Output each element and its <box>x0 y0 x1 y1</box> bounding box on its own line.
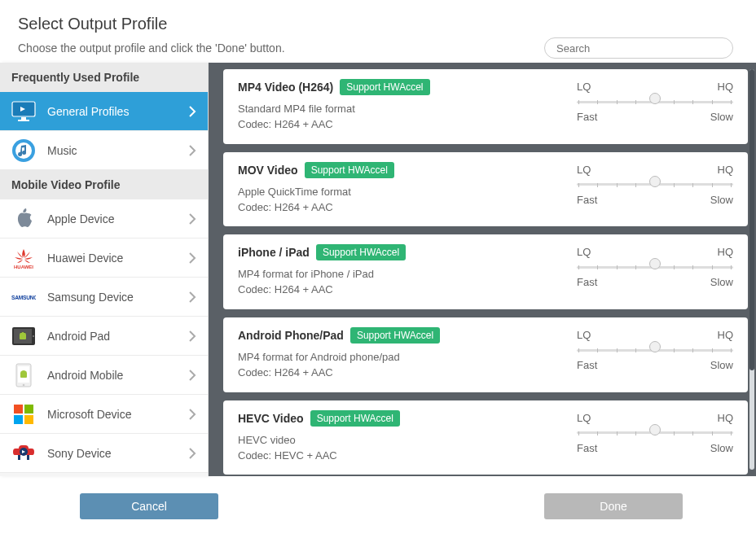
sidebar-item-label: Apple Device <box>47 212 188 225</box>
svg-rect-11 <box>20 334 26 339</box>
profile-card[interactable]: Android Phone/Pad Support HWAccel MP4 fo… <box>223 317 748 392</box>
profile-description: MP4 format for Android phone/pad <box>238 350 577 365</box>
profile-codec: Codec: H264 + AAC <box>238 117 577 133</box>
profile-description: HEVC video <box>238 433 577 449</box>
profile-info: MOV Video Support HWAccel Apple QuickTim… <box>238 162 577 216</box>
profile-codec: Codec: H264 + AAC <box>238 282 577 298</box>
profile-card[interactable]: MOV Video Support HWAccel Apple QuickTim… <box>223 152 748 227</box>
quality-slider[interactable]: LQHQ FastSlow <box>577 79 733 133</box>
svg-rect-21 <box>24 415 33 424</box>
hq-label: HQ <box>718 412 734 424</box>
slider-handle[interactable] <box>649 93 661 104</box>
fast-label: Fast <box>577 194 597 206</box>
sidebar-item-microsoft-device[interactable]: Microsoft Device <box>0 395 208 434</box>
lq-label: LQ <box>577 246 591 258</box>
search-input[interactable] <box>544 37 733 59</box>
sony-icon <box>11 441 36 466</box>
hq-label: HQ <box>718 164 734 176</box>
profile-list: MP4 Video (H264) Support HWAccel Standar… <box>209 63 756 476</box>
slider-handle[interactable] <box>649 341 661 352</box>
sidebar-item-general-profiles[interactable]: General Profiles <box>0 92 208 131</box>
chevron-right-icon <box>188 447 196 460</box>
apple-icon <box>11 207 36 231</box>
chevron-right-icon <box>188 408 196 421</box>
sidebar-item-android-mobile[interactable]: Android Mobile <box>0 356 208 395</box>
svg-point-12 <box>20 331 21 332</box>
cancel-button[interactable]: Cancel <box>80 493 218 519</box>
fast-label: Fast <box>577 359 597 371</box>
chevron-right-icon <box>188 144 196 157</box>
samsung-icon: SAMSUNG <box>11 285 36 309</box>
sidebar-item-sony-device[interactable]: Sony Device <box>0 434 208 473</box>
android-mobile-icon <box>11 363 36 387</box>
profile-title: MP4 Video (H264) <box>238 81 333 94</box>
sidebar-item-huawei-device[interactable]: HUAWEI Huawei Device <box>0 238 208 278</box>
svg-rect-2 <box>21 117 26 120</box>
sidebar-item-label: Sony Device <box>47 447 188 460</box>
sidebar-item-label: Microsoft Device <box>47 408 188 421</box>
quality-slider[interactable]: LQHQ FastSlow <box>577 410 733 464</box>
svg-rect-3 <box>18 120 29 121</box>
sidebar-item-label: General Profiles <box>47 105 188 118</box>
done-button[interactable]: Done <box>544 493 683 519</box>
lq-label: LQ <box>577 81 591 93</box>
sidebar: Frequently Used Profile General Profiles… <box>0 63 209 476</box>
profile-title: HEVC Video <box>238 412 304 425</box>
lq-label: LQ <box>577 412 591 424</box>
profile-info: Android Phone/Pad Support HWAccel MP4 fo… <box>238 327 577 381</box>
profile-title: Android Phone/Pad <box>238 329 344 342</box>
chevron-right-icon <box>188 105 196 118</box>
sidebar-item-apple-device[interactable]: Apple Device <box>0 199 208 238</box>
slow-label: Slow <box>710 442 733 454</box>
svg-text:SAMSUNG: SAMSUNG <box>11 294 36 300</box>
profile-info: iPhone / iPad Support HWAccel MP4 format… <box>238 244 577 298</box>
chevron-right-icon <box>188 369 196 382</box>
slow-label: Slow <box>710 194 733 206</box>
svg-rect-19 <box>24 405 33 414</box>
sidebar-item-label: Samsung Device <box>47 291 188 304</box>
sidebar-item-samsung-device[interactable]: SAMSUNG Samsung Device <box>0 278 208 317</box>
page-title: Select Output Profile <box>18 15 738 33</box>
fast-label: Fast <box>577 276 597 288</box>
profile-description: Apple QuickTime format <box>238 185 577 200</box>
sidebar-item-music[interactable]: Music <box>0 131 208 170</box>
section-header-frequent: Frequently Used Profile <box>0 63 208 92</box>
hq-label: HQ <box>718 81 734 93</box>
scrollbar-thumb[interactable] <box>749 69 754 370</box>
svg-rect-17 <box>20 372 27 378</box>
sidebar-item-label: Huawei Device <box>47 252 188 265</box>
fast-label: Fast <box>577 111 597 123</box>
profile-card[interactable]: HEVC Video Support HWAccel HEVC video Co… <box>223 400 748 475</box>
quality-slider[interactable]: LQHQ FastSlow <box>577 327 733 381</box>
slider-handle[interactable] <box>649 424 661 435</box>
svg-rect-24 <box>27 455 29 460</box>
profile-codec: Codec: H264 + AAC <box>238 365 577 381</box>
chevron-right-icon <box>188 212 196 225</box>
quality-slider[interactable]: LQHQ FastSlow <box>577 244 733 298</box>
profile-card[interactable]: iPhone / iPad Support HWAccel MP4 format… <box>223 234 748 309</box>
footer: Cancel Done <box>0 476 756 536</box>
quality-slider[interactable]: LQHQ FastSlow <box>577 162 733 216</box>
slider-handle[interactable] <box>649 258 661 269</box>
hwaccel-badge: Support HWAccel <box>340 79 429 95</box>
profile-info: MP4 Video (H264) Support HWAccel Standar… <box>238 79 577 133</box>
svg-point-13 <box>24 331 24 332</box>
chevron-right-icon <box>188 252 196 265</box>
music-icon <box>11 138 36 163</box>
profile-info: HEVC Video Support HWAccel HEVC video Co… <box>238 410 577 464</box>
microsoft-icon <box>11 402 36 427</box>
section-header-mobile: Mobile Video Profile <box>0 170 208 199</box>
slider-handle[interactable] <box>649 176 661 187</box>
android-pad-icon <box>11 324 36 348</box>
hwaccel-badge: Support HWAccel <box>350 327 440 344</box>
profile-card[interactable]: MP4 Video (H264) Support HWAccel Standar… <box>223 69 748 144</box>
svg-point-5 <box>15 142 32 159</box>
hq-label: HQ <box>718 329 734 341</box>
hwaccel-badge: Support HWAccel <box>305 162 394 178</box>
profile-codec: Codec: HEVC + AAC <box>238 449 577 464</box>
profile-codec: Codec: H264 + AAC <box>238 200 577 216</box>
sidebar-item-android-pad[interactable]: Android Pad <box>0 317 208 356</box>
svg-rect-23 <box>18 455 20 460</box>
hwaccel-badge: Support HWAccel <box>316 244 406 260</box>
content: Frequently Used Profile General Profiles… <box>0 63 756 476</box>
